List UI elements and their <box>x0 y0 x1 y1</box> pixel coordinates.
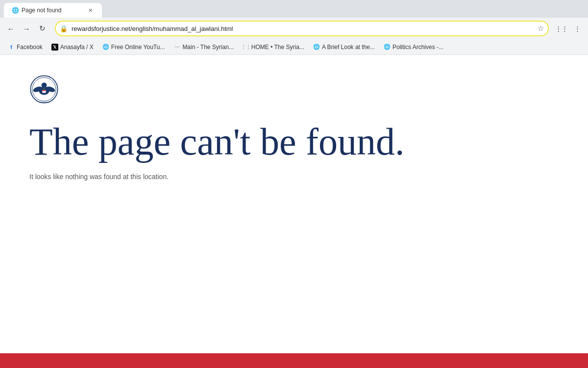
tab-title: Page not found <box>22 7 83 14</box>
youtube-favicon: 🌐 <box>102 44 109 51</box>
back-button[interactable]: ← <box>4 22 18 35</box>
bookmark-x-label: Anasayfa / X <box>60 44 94 51</box>
lock-icon: 🔒 <box>60 25 68 32</box>
address-bar-wrapper: 🔒 ☆ <box>55 21 549 36</box>
svg-rect-7 <box>42 90 46 91</box>
tab-close-button[interactable]: ✕ <box>86 6 94 14</box>
syrian1-favicon: 〰 <box>173 44 180 51</box>
bookmark-syrian2[interactable]: ⋮⋮ HOME • The Syria... <box>239 42 308 52</box>
svg-text:★ ★ ★ ★ ★ ★: ★ ★ ★ ★ ★ ★ <box>39 101 49 103</box>
bookmark-syrian2-label: HOME • The Syria... <box>251 44 304 51</box>
bookmark-star-icon[interactable]: ☆ <box>538 24 544 33</box>
menu-icon[interactable]: ⋮ <box>570 22 584 35</box>
bookmark-politics[interactable]: 🌐 Politics Archives -... <box>380 42 447 52</box>
syrian2-favicon: ⋮⋮ <box>243 44 249 51</box>
brief-favicon: 🌐 <box>313 44 320 51</box>
x-favicon: 𝕏 <box>51 44 58 51</box>
refresh-button[interactable]: ↻ <box>35 22 49 35</box>
bookmarks-bar: f Facebook 𝕏 Anasayfa / X 🌐 Free Online … <box>0 39 588 55</box>
error-heading: The page can't be found. <box>29 121 559 163</box>
extensions-area: ⋮⋮ ⋮ <box>555 22 584 35</box>
extensions-icon[interactable]: ⋮⋮ <box>555 22 568 35</box>
active-tab[interactable]: 🌐 Page not found ✕ <box>4 3 102 18</box>
bookmark-brief[interactable]: 🌐 A Brief Look at the... <box>309 42 379 52</box>
bookmark-politics-label: Politics Archives -... <box>392 44 443 51</box>
site-logo: ★ ★ ★ ★ ★ ★ <box>29 75 559 121</box>
politics-favicon: 🌐 <box>384 44 391 51</box>
error-subtext: It looks like nothing was found at this … <box>29 173 559 181</box>
tab-bar: 🌐 Page not found ✕ <box>0 0 588 18</box>
bookmark-facebook[interactable]: f Facebook <box>4 42 47 52</box>
bookmark-youtube-label: Free Online YouTu... <box>111 44 165 51</box>
forward-button[interactable]: → <box>20 22 33 35</box>
browser-chrome: 🌐 Page not found ✕ ← → ↻ 🔒 ☆ ⋮⋮ ⋮ f Face… <box>0 0 588 55</box>
bookmark-syrian1-label: Main - The Syrian... <box>182 44 233 51</box>
navigation-bar: ← → ↻ 🔒 ☆ ⋮⋮ ⋮ <box>0 18 588 39</box>
tab-favicon: 🌐 <box>12 7 19 14</box>
bookmark-x[interactable]: 𝕏 Anasayfa / X <box>48 42 98 52</box>
bookmark-youtube[interactable]: 🌐 Free Online YouTu... <box>98 42 169 52</box>
bookmark-brief-label: A Brief Look at the... <box>322 44 375 51</box>
address-input[interactable] <box>55 21 549 36</box>
page-content: ★ ★ ★ ★ ★ ★ The page can't be found. It … <box>0 55 588 353</box>
svg-point-3 <box>42 82 47 88</box>
bookmark-syrian1[interactable]: 〰 Main - The Syrian... <box>170 42 237 52</box>
facebook-favicon: f <box>8 44 15 51</box>
bottom-bar <box>0 353 588 368</box>
bookmark-facebook-label: Facebook <box>17 44 43 51</box>
